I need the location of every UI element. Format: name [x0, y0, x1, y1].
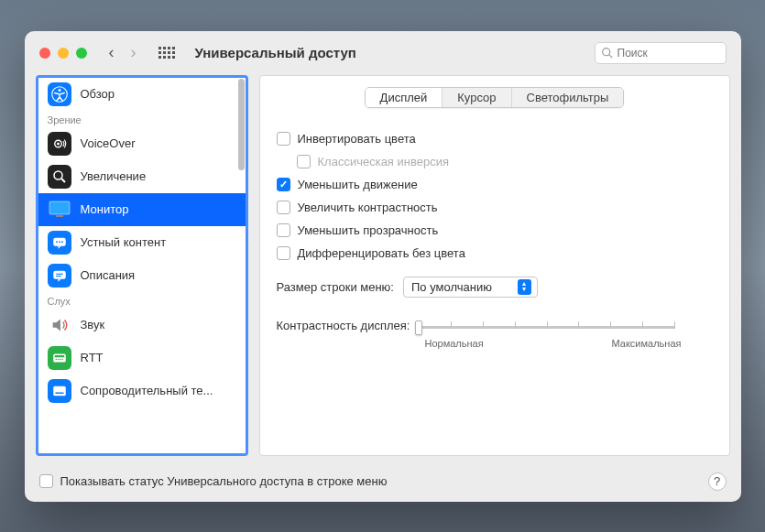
sidebar-item-voiceover[interactable]: VoiceOver [38, 127, 246, 160]
slider-display-contrast[interactable] [419, 318, 675, 336]
search-field[interactable] [595, 42, 727, 64]
checkbox-reduce-motion[interactable] [277, 178, 290, 191]
svg-line-7 [61, 179, 65, 182]
label-reduce-transparency: Уменьшить прозрачность [298, 223, 439, 237]
segmented-control: Дисплей Курсор Светофильтры [365, 87, 625, 108]
forward-button[interactable]: › [131, 43, 137, 62]
speech-icon [48, 231, 71, 255]
footer: Показывать статус Универсального доступа… [25, 465, 741, 502]
checkbox-show-status[interactable] [39, 474, 53, 488]
svg-rect-16 [56, 276, 60, 277]
select-menu-bar-size[interactable]: По умолчанию [403, 277, 538, 298]
sidebar-item-sound[interactable]: Звук [38, 309, 246, 342]
content-pane: Дисплей Курсор Светофильтры Инвертироват… [259, 75, 730, 456]
row-menu-bar-size: Размер строки меню: По умолчанию [277, 277, 713, 298]
svg-rect-18 [54, 355, 64, 357]
monitor-icon [48, 198, 71, 222]
sidebar-item-label: VoiceOver [81, 136, 136, 150]
zoom-button[interactable] [76, 48, 87, 59]
svg-rect-14 [53, 270, 66, 278]
svg-point-5 [57, 142, 60, 145]
sidebar-item-label: Устный контент [81, 235, 167, 249]
row-increase-contrast: Увеличить контрастность [277, 201, 713, 214]
tab-cursor[interactable]: Курсор [443, 88, 511, 107]
svg-rect-24 [55, 392, 63, 394]
sidebar-item-label: Сопроводительный те... [81, 384, 213, 397]
sidebar-item-speech[interactable]: Устный контент [38, 226, 246, 259]
checkbox-reduce-transparency[interactable] [277, 223, 290, 237]
checkbox-classic-inversion [297, 155, 311, 168]
row-classic-inversion: Классическая инверсия [297, 155, 713, 168]
tab-filters[interactable]: Светофильтры [512, 88, 624, 107]
descriptions-icon [48, 264, 71, 288]
slider-max-label: Максимальная [612, 338, 682, 349]
svg-rect-17 [53, 353, 66, 362]
rtt-icon [48, 346, 71, 370]
sidebar: Обзор Зрение VoiceOver Увеличение Мон [36, 75, 248, 456]
preferences-window: ‹ › Универсальный доступ Обзор Зрение [25, 31, 741, 502]
select-value: По умолчанию [411, 280, 492, 294]
svg-point-12 [59, 241, 60, 243]
slider-ticks [419, 321, 675, 329]
svg-rect-23 [53, 385, 66, 396]
sidebar-item-label: Монитор [81, 202, 129, 216]
slider-min-label: Нормальная [425, 338, 484, 349]
sidebar-item-zoom[interactable]: Увеличение [38, 160, 246, 193]
sidebar-section-vision: Зрение [38, 111, 246, 127]
svg-line-1 [608, 55, 611, 58]
sidebar-item-monitor[interactable]: Монитор [38, 193, 246, 226]
sidebar-item-descriptions[interactable]: Описания [38, 259, 246, 292]
label-menu-bar-size: Размер строки меню: [277, 280, 394, 294]
checkbox-diff-without-color[interactable] [277, 246, 290, 260]
svg-point-19 [55, 358, 57, 360]
label-diff-without-color: Дифференцировать без цвета [298, 246, 465, 260]
svg-point-22 [61, 358, 63, 360]
tab-display[interactable]: Дисплей [366, 88, 443, 107]
slider-labels: Нормальная Максимальная [425, 338, 682, 349]
minimize-button[interactable] [58, 48, 69, 59]
search-icon [601, 47, 613, 59]
sidebar-item-label: Увеличение [81, 169, 147, 183]
svg-point-20 [57, 358, 59, 360]
accessibility-icon [48, 82, 71, 106]
subtitles-icon [48, 379, 71, 403]
back-button[interactable]: ‹ [109, 43, 115, 62]
svg-point-6 [54, 171, 62, 179]
voiceover-icon [48, 132, 71, 156]
row-display-contrast: Контрастность дисплея: Нормальная Максим… [277, 318, 713, 349]
svg-point-21 [60, 358, 61, 360]
window-controls [39, 48, 87, 59]
close-button[interactable] [39, 48, 50, 59]
row-diff-without-color: Дифференцировать без цвета [277, 246, 713, 260]
sidebar-item-label: Описания [81, 268, 136, 282]
svg-point-13 [61, 241, 63, 243]
search-input[interactable] [617, 47, 720, 60]
nav-arrows: ‹ › [109, 43, 137, 62]
row-reduce-motion: Уменьшить движение [277, 178, 713, 191]
sidebar-item-subtitles[interactable]: Сопроводительный те... [38, 375, 246, 407]
slider-thumb[interactable] [415, 320, 422, 335]
sidebar-item-overview[interactable]: Обзор [38, 78, 246, 111]
label-invert: Инвертировать цвета [298, 132, 416, 146]
label-increase-contrast: Увеличить контрастность [298, 201, 438, 214]
checkbox-invert[interactable] [277, 132, 290, 146]
svg-rect-15 [56, 273, 63, 274]
stepper-arrows-icon [518, 279, 531, 295]
window-title: Универсальный доступ [195, 45, 356, 60]
titlebar: ‹ › Универсальный доступ [25, 31, 741, 75]
svg-rect-9 [56, 215, 63, 217]
show-all-icon[interactable] [158, 47, 175, 59]
checkbox-increase-contrast[interactable] [277, 201, 290, 214]
svg-point-3 [58, 89, 60, 92]
sidebar-item-label: RTT [81, 351, 104, 364]
svg-point-11 [56, 241, 58, 243]
help-button[interactable]: ? [708, 472, 727, 491]
sidebar-item-label: Звук [81, 318, 105, 331]
sidebar-item-rtt[interactable]: RTT [38, 342, 246, 375]
svg-point-0 [602, 49, 609, 56]
scrollbar[interactable] [238, 79, 245, 170]
sidebar-section-hearing: Слух [38, 292, 246, 309]
label-display-contrast: Контрастность дисплея: [277, 319, 410, 332]
row-invert-colors: Инвертировать цвета [277, 132, 713, 146]
zoom-icon [48, 165, 71, 189]
